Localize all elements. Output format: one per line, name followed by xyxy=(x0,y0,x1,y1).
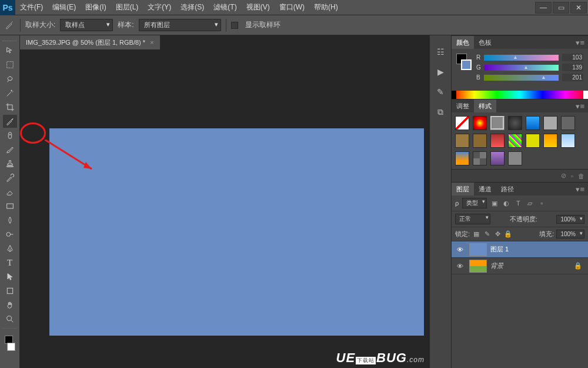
layer-row[interactable]: 👁 图层 1 xyxy=(452,241,588,258)
lock-position-icon[interactable]: ✥ xyxy=(493,230,502,238)
style-swatch[interactable] xyxy=(561,116,575,130)
zoom-tool[interactable] xyxy=(3,313,17,326)
pen-tool[interactable] xyxy=(3,242,17,255)
menu-view[interactable]: 视图(V) xyxy=(242,2,275,12)
menu-filter[interactable]: 滤镜(T) xyxy=(209,2,241,12)
b-slider[interactable]: ▴ xyxy=(484,75,559,81)
filter-adjust-icon[interactable]: ◐ xyxy=(502,199,510,207)
style-swatch[interactable] xyxy=(490,151,505,165)
stamp-tool[interactable] xyxy=(3,157,17,170)
color-panel-menu-icon[interactable]: ▾≡ xyxy=(572,38,588,47)
maximize-button[interactable]: ▭ xyxy=(553,2,569,14)
menu-file[interactable]: 文件(F) xyxy=(15,2,48,12)
layer-name[interactable]: 图层 1 xyxy=(490,245,509,254)
layers-tab[interactable]: 图层 xyxy=(452,183,474,195)
layer-filter-dropdown[interactable]: 类型 xyxy=(462,198,487,208)
color-tab[interactable]: 颜色 xyxy=(452,36,474,49)
layers-panel-menu-icon[interactable]: ▾≡ xyxy=(572,185,588,194)
new-style-icon[interactable]: ▫ xyxy=(571,173,573,180)
swatches-tab[interactable]: 色板 xyxy=(474,36,496,49)
lasso-tool[interactable] xyxy=(3,72,17,85)
menu-layer[interactable]: 图层(L) xyxy=(111,2,143,12)
style-swatch[interactable] xyxy=(543,116,557,130)
style-swatch[interactable] xyxy=(473,134,487,148)
style-swatch[interactable] xyxy=(455,134,469,148)
style-swatch[interactable] xyxy=(508,116,522,130)
path-select-tool[interactable] xyxy=(3,270,17,283)
lock-pixels-icon[interactable]: ▦ xyxy=(472,230,480,238)
filter-shape-icon[interactable]: ▱ xyxy=(526,199,534,207)
eyedropper-tool[interactable] xyxy=(3,115,17,128)
hand-tool[interactable] xyxy=(3,299,17,311)
layer-name[interactable]: 背景 xyxy=(490,261,503,270)
r-value[interactable]: 103 xyxy=(562,54,583,61)
styles-panel-menu-icon[interactable]: ▾≡ xyxy=(572,102,588,111)
style-swatch[interactable] xyxy=(490,134,505,148)
layer-thumbnail[interactable] xyxy=(469,243,487,256)
blend-mode-dropdown[interactable]: 正常 xyxy=(455,214,490,224)
style-swatch[interactable] xyxy=(455,116,469,130)
menu-help[interactable]: 帮助(H) xyxy=(309,2,343,12)
menu-select[interactable]: 选择(S) xyxy=(176,2,209,12)
canvas[interactable] xyxy=(49,128,424,336)
blur-tool[interactable] xyxy=(3,214,17,227)
filter-smart-icon[interactable]: ▫ xyxy=(537,199,546,207)
style-swatch[interactable] xyxy=(526,116,540,130)
color-swatch-tool[interactable] xyxy=(3,334,17,352)
layer-thumbnail[interactable] xyxy=(469,260,487,273)
menu-type[interactable]: 文字(Y) xyxy=(143,2,176,12)
shape-tool[interactable] xyxy=(3,284,17,297)
style-swatch[interactable] xyxy=(561,134,575,148)
move-tool[interactable] xyxy=(3,44,17,57)
type-tool[interactable]: T xyxy=(3,256,17,269)
lock-all-icon[interactable]: 🔒 xyxy=(504,230,512,238)
style-swatch[interactable] xyxy=(473,116,487,130)
show-ring-checkbox[interactable] xyxy=(231,22,238,29)
brush-panel-icon[interactable]: ✎ xyxy=(437,87,444,97)
g-slider[interactable]: ▴ xyxy=(485,65,559,71)
minimize-button[interactable]: — xyxy=(535,2,552,14)
filter-pixel-icon[interactable]: ▣ xyxy=(490,199,499,207)
gradient-tool[interactable] xyxy=(3,200,17,213)
menu-image[interactable]: 图像(I) xyxy=(81,2,111,12)
style-swatch[interactable] xyxy=(508,151,522,165)
marquee-tool[interactable] xyxy=(3,58,17,71)
color-fg-bg[interactable] xyxy=(456,54,472,70)
fill-input[interactable]: 100% xyxy=(556,230,584,238)
visibility-icon[interactable]: 👁 xyxy=(454,263,466,270)
close-button[interactable]: ✕ xyxy=(570,2,587,14)
sample-dropdown[interactable]: 所有图层 xyxy=(139,19,221,31)
no-style-icon[interactable]: ⊘ xyxy=(561,172,566,180)
actions-panel-icon[interactable]: ▶ xyxy=(437,67,444,77)
b-value[interactable]: 201 xyxy=(562,74,583,81)
document-tab[interactable]: IMG_3529.JPG @ 50% (图层 1, RGB/8) * × xyxy=(20,35,161,49)
style-swatch[interactable] xyxy=(490,116,505,130)
channels-tab[interactable]: 通道 xyxy=(474,183,496,195)
style-swatch[interactable] xyxy=(508,134,522,148)
filter-type-icon[interactable]: T xyxy=(514,199,522,207)
opacity-input[interactable]: 100% xyxy=(556,215,584,224)
menu-edit[interactable]: 编辑(E) xyxy=(48,2,81,12)
clone-panel-icon[interactable]: ⧉ xyxy=(437,107,443,117)
g-value[interactable]: 139 xyxy=(562,64,583,71)
paths-tab[interactable]: 路径 xyxy=(496,183,519,195)
wand-tool[interactable] xyxy=(3,87,17,100)
r-slider[interactable]: ▴ xyxy=(484,55,559,61)
layer-row[interactable]: 👁 背景 🔒 xyxy=(452,258,588,274)
history-panel-icon[interactable]: ☷ xyxy=(437,47,445,57)
brush-tool[interactable] xyxy=(3,143,17,156)
tool-preset-icon[interactable] xyxy=(5,19,15,31)
sample-size-dropdown[interactable]: 取样点 xyxy=(60,19,113,31)
adjustments-tab[interactable]: 调整 xyxy=(452,100,474,112)
healing-tool[interactable] xyxy=(3,129,17,142)
crop-tool[interactable] xyxy=(3,101,17,114)
style-swatch[interactable] xyxy=(526,134,540,148)
style-swatch[interactable] xyxy=(455,151,469,165)
lock-paint-icon[interactable]: ✎ xyxy=(483,230,491,238)
menu-window[interactable]: 窗口(W) xyxy=(275,2,309,12)
styles-tab[interactable]: 样式 xyxy=(474,100,496,112)
eraser-tool[interactable] xyxy=(3,185,17,198)
history-brush-tool[interactable] xyxy=(3,171,17,184)
style-swatch[interactable] xyxy=(473,151,487,165)
document-close-icon[interactable]: × xyxy=(150,39,153,46)
